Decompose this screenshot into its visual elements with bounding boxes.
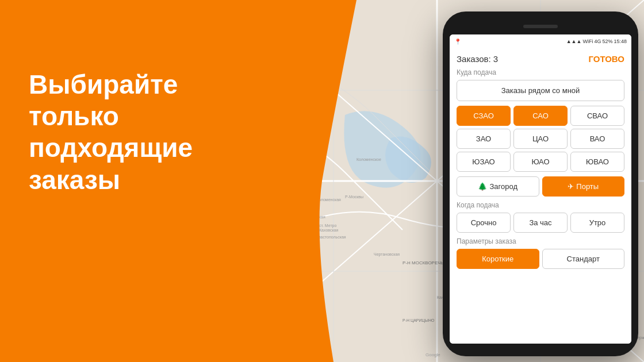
tree-icon: 🌲 — [478, 182, 487, 191]
plane-icon: ✈ — [568, 182, 574, 191]
svg-text:Калужское: Калужское — [288, 206, 308, 211]
svg-text:родники: родники — [264, 291, 280, 296]
done-button[interactable]: ГОТОВО — [588, 54, 624, 64]
district-svao[interactable]: СВАО — [570, 106, 624, 126]
svg-text:Р-Н ЧЕРТАНОВО: Р-Н ЧЕРТАНОВО — [288, 318, 320, 322]
svg-text:Беляево: Беляево — [259, 272, 275, 276]
app-header: Заказов: 3 ГОТОВО — [457, 54, 624, 64]
svg-text:Р-Н КОНЬКОВО: Р-Н КОНЬКОВО — [264, 237, 299, 242]
district-szao[interactable]: СЗАО — [457, 106, 511, 126]
ports-label: Порты — [576, 182, 599, 191]
headline-line1: Выбирайте только — [29, 69, 270, 132]
svg-text:Р-Москвы: Р-Москвы — [345, 195, 363, 199]
svg-text:Каховская: Каховская — [319, 228, 339, 232]
district-sao[interactable]: САО — [513, 106, 568, 126]
time-morning[interactable]: Утро — [570, 213, 624, 233]
orders-count: Заказов: 3 — [457, 54, 498, 64]
ports-button[interactable]: ✈ Порты — [542, 176, 625, 197]
country-label: Загород — [489, 182, 518, 191]
svg-text:Коломенская: Коломенская — [316, 198, 341, 202]
signal-icon: ▲▲▲ — [566, 38, 582, 44]
svg-text:ЗАТОН: ЗАТОН — [282, 168, 297, 174]
params-grid: Короткие Стандарт — [457, 249, 624, 269]
svg-text:Р-Н ЦАРИЦЫНО: Р-Н ЦАРИЦЫНО — [402, 318, 435, 323]
phone-mockup: 📍 ▲▲▲ WiFi 4G 52% 15:48 Заказов: 3 ГОТОВ… — [443, 11, 638, 356]
svg-text:Коньково: Коньково — [259, 301, 276, 305]
phone-speaker — [523, 25, 558, 28]
district-grid: СЗАО САО СВАО ЗАО ЦАО ВАО ЮЗАО ЮАО ЮВАО — [457, 106, 624, 172]
svg-text:Р-Н НАГАТИНСКИЙ: Р-Н НАГАТИНСКИЙ — [276, 163, 319, 168]
params-label: Параметры заказа — [457, 237, 624, 245]
battery-level: 52% — [602, 38, 612, 44]
status-left: 📍 — [454, 38, 461, 45]
district-yuao[interactable]: ЮАО — [513, 152, 568, 172]
phone-screen: 📍 ▲▲▲ WiFi 4G 52% 15:48 Заказов: 3 ГОТОВ… — [450, 34, 631, 344]
district-zao[interactable]: ЗАО — [457, 129, 511, 149]
phone-notch — [450, 18, 631, 34]
district-yuzao[interactable]: ЮЗАО — [457, 152, 511, 172]
headline-line2: подходящие заказы — [29, 132, 270, 195]
svg-text:Чертановская: Чертановская — [374, 252, 400, 257]
district-vao[interactable]: ВАО — [570, 129, 624, 149]
svg-text:Севастопольская: Севастопольская — [313, 235, 346, 239]
params-short[interactable]: Короткие — [457, 249, 539, 269]
district-yuvao[interactable]: ЮВАО — [570, 152, 624, 172]
headline: Выбирайте только подходящие заказы — [29, 69, 270, 196]
where-label: Куда подача — [457, 68, 624, 76]
nearby-orders-button[interactable]: Заказы рядом со мной — [457, 80, 624, 101]
svg-text:Коломенское: Коломенское — [356, 157, 381, 161]
svg-text:Каширская: Каширская — [305, 215, 325, 219]
country-button[interactable]: 🌲 Загород — [457, 176, 539, 197]
time-grid: Срочно За час Утро — [457, 213, 624, 233]
svg-text:ст. Метро: ст. Метро — [319, 224, 336, 228]
location-icon: 📍 — [454, 38, 461, 45]
wifi-icon: WiFi — [582, 38, 593, 44]
app-content: Заказов: 3 ГОТОВО Куда подача Заказы ряд… — [450, 48, 631, 344]
special-grid: 🌲 Загород ✈ Порты — [457, 176, 624, 197]
when-label: Когда подача — [457, 201, 624, 209]
district-cao[interactable]: ЦАО — [513, 129, 568, 149]
svg-text:Google: Google — [425, 352, 440, 357]
time-urgent[interactable]: Срочно — [457, 213, 511, 233]
params-standard[interactable]: Стандарт — [542, 249, 625, 269]
svg-text:Южная: Южная — [276, 341, 290, 345]
svg-text:Беляево: Беляево — [282, 244, 298, 248]
phone-frame: 📍 ▲▲▲ WiFi 4G 52% 15:48 Заказов: 3 ГОТОВ… — [443, 11, 638, 356]
status-bar: 📍 ▲▲▲ WiFi 4G 52% 15:48 — [450, 34, 631, 48]
status-right: ▲▲▲ WiFi 4G 52% 15:48 — [566, 38, 627, 44]
svg-text:Серебряные: Серебряные — [262, 287, 285, 291]
time-hour[interactable]: За час — [513, 213, 568, 233]
svg-text:СЕВЕРНОЕ: СЕВЕРНОЕ — [293, 324, 316, 328]
time-display: 15:48 — [614, 38, 627, 44]
network-type: 4G — [594, 38, 601, 44]
